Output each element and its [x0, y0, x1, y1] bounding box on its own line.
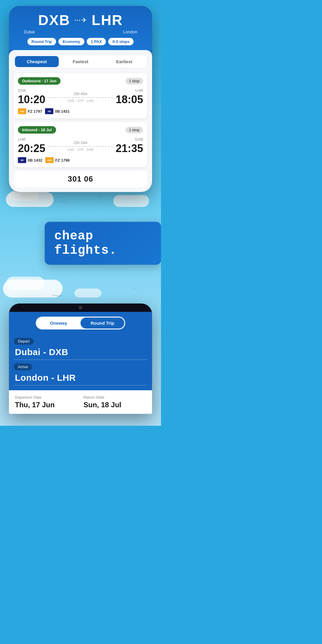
inbound-from-code: LHR [18, 137, 45, 142]
outbound-depart-time: 10:20 [18, 93, 45, 106]
return-date-col: Return Date Sun, 18 Jul [83, 395, 146, 409]
outbound-flight-card: Outbound - 17 Jun 1 stop DXB 10:20 10h 4… [14, 73, 147, 118]
outbound-duration: 10h 45m [48, 92, 113, 96]
trip-toggle: Oneway Round Trip [36, 317, 125, 329]
to-city: London [123, 30, 137, 34]
dubai-logo-1: dub [18, 108, 26, 114]
toggle-oneway[interactable]: Oneway [37, 318, 80, 329]
notch-circle [79, 306, 82, 309]
outbound-airline1: dub FZ 1797 [18, 108, 42, 114]
stops-tag[interactable]: 0-2 stops [108, 38, 134, 45]
arrive-value[interactable]: London - LHR [14, 373, 147, 386]
inbound-depart-time: 20:25 [18, 142, 45, 155]
pax-tag[interactable]: 1 PAX [87, 38, 106, 45]
toggle-round-trip[interactable]: Round Trip [80, 318, 124, 329]
price-preview: 301 06 [68, 174, 93, 184]
from-code: DXB [38, 12, 70, 28]
return-date-label: Return Date [83, 395, 146, 400]
to-code: LHR [92, 12, 123, 28]
blue-logo-2: 0B [18, 157, 26, 163]
outbound-from-code: DXB [18, 88, 45, 93]
inbound-duration: 22h 10m [48, 141, 113, 145]
sort-tabs: Cheapest Fastest Earliest [14, 55, 147, 68]
outbound-stop-badge: 1 stop [126, 78, 143, 84]
plane-icon: ✈ [75, 16, 87, 24]
from-city: Dubai [24, 30, 35, 34]
dates-area: Departure Date Thu, 17 Jun Return Date S… [9, 390, 152, 414]
depart-label: Depart [14, 338, 34, 345]
departure-date-value[interactable]: Thu, 17 Jun [15, 401, 78, 409]
inbound-to-code: DXB [116, 137, 143, 142]
departure-date-label: Departure Date [15, 395, 78, 400]
phone-notch [9, 304, 152, 312]
inbound-airline1: 0B 0B 1432 [18, 157, 42, 163]
promo-banner: cheap flights. [45, 222, 161, 265]
cabin-tag[interactable]: Economy [58, 38, 84, 45]
blue-logo-1: 0B [45, 108, 53, 114]
depart-value[interactable]: Dubai - DXB [14, 347, 147, 360]
inbound-label: Inbound - 18 Jul [18, 126, 56, 134]
inbound-arrive-time: 21:35 [116, 142, 143, 155]
promo-text: cheap flights. [54, 229, 117, 258]
tab-cheapest[interactable]: Cheapest [15, 56, 59, 67]
tab-fastest[interactable]: Fastest [59, 56, 103, 67]
departure-date-col: Departure Date Thu, 17 Jun [15, 395, 78, 409]
inbound-flight-card: Inbound - 18 Jul 1 stop LHR 20:25 22h 10… [14, 122, 147, 167]
outbound-arrive-time: 18:05 [116, 93, 143, 106]
inbound-airline2-code: FZ 1798 [55, 158, 69, 162]
trip-type-tag[interactable]: Round Trip [27, 38, 56, 45]
outbound-route: DXB - OTP - LHR [48, 99, 113, 103]
inbound-stop-badge: 1 stop [126, 127, 143, 133]
outbound-airline1-code: FZ 1797 [28, 109, 42, 114]
tab-earliest[interactable]: Earliest [102, 56, 146, 67]
outbound-airline2: 0B 0B 1431 [45, 108, 69, 114]
inbound-airline1-code: 0B 1432 [28, 158, 42, 162]
return-date-value[interactable]: Sun, 18 Jul [83, 401, 146, 409]
outbound-airline2-code: 0B 1431 [55, 109, 69, 114]
outbound-label: Outbound - 17 Jun [18, 77, 61, 85]
dubai-logo-2: dub [45, 157, 54, 163]
inbound-route: LHR - OTP - DXB [48, 148, 113, 151]
inbound-airline2: dub FZ 1798 [45, 157, 69, 163]
outbound-to-code: LHR [116, 88, 143, 93]
arrive-label: Arrive [14, 363, 32, 370]
